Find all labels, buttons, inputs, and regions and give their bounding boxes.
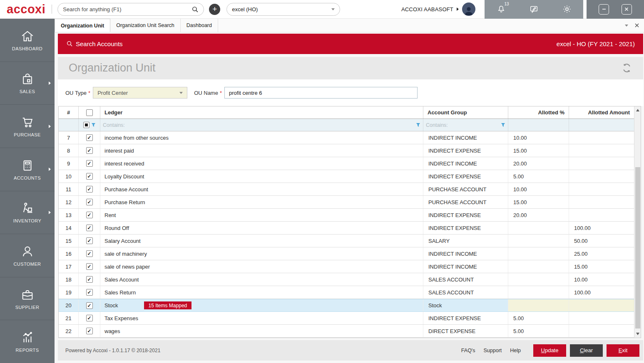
allotted-pct-cell[interactable]: 10.00 bbox=[508, 131, 569, 144]
filter-checkbox[interactable] bbox=[83, 122, 90, 128]
row-checkbox[interactable] bbox=[86, 276, 93, 283]
row-checkbox[interactable] bbox=[86, 173, 93, 180]
vertical-scrollbar[interactable] bbox=[634, 106, 641, 338]
table-row[interactable]: 17sale of news paperINDIRECT INCOME15.00 bbox=[59, 260, 634, 273]
table-row[interactable]: 13RentINDIRECT EXPENSE20.00 bbox=[59, 209, 634, 222]
row-checkbox[interactable] bbox=[86, 263, 93, 270]
minimize-button[interactable] bbox=[599, 4, 609, 15]
row-checkbox[interactable] bbox=[86, 237, 93, 244]
row-checkbox[interactable] bbox=[86, 250, 93, 257]
allotted-pct-cell[interactable] bbox=[508, 247, 569, 260]
sidebar-item-supplier[interactable]: SUPPLIER bbox=[0, 277, 55, 321]
sidebar-item-customer[interactable]: CUSTOMER bbox=[0, 234, 55, 277]
allotted-amount-cell[interactable] bbox=[569, 183, 634, 195]
allotted-pct-cell[interactable] bbox=[508, 286, 569, 299]
allotted-pct-cell[interactable] bbox=[508, 260, 569, 273]
faq-link[interactable]: FAQ's bbox=[461, 348, 475, 353]
row-checkbox[interactable] bbox=[86, 225, 93, 231]
row-checkbox[interactable] bbox=[86, 328, 93, 334]
update-button[interactable]: Update bbox=[533, 344, 566, 357]
sidebar-item-purchase[interactable]: PURCHASE bbox=[0, 105, 55, 148]
ledger-filter-input[interactable] bbox=[103, 122, 414, 128]
sidebar-item-inventory[interactable]: INVENTORY bbox=[0, 191, 55, 235]
allotted-pct-cell[interactable]: 5.00 bbox=[508, 312, 569, 324]
table-row[interactable]: 10Loyalty DiscountINDIRECT EXPENSE5.00 bbox=[59, 170, 634, 183]
allotted-pct-cell[interactable] bbox=[508, 222, 569, 234]
table-row[interactable]: 7income from other sourcesINDIRECT INCOM… bbox=[59, 131, 634, 144]
row-checkbox[interactable] bbox=[86, 302, 93, 309]
row-checkbox[interactable] bbox=[86, 199, 93, 205]
table-row[interactable]: 19Sales ReturnSALES ACCOUNT100.00 bbox=[59, 286, 634, 299]
table-row[interactable]: 18Sales AccountSALES ACCOUNT10.00 bbox=[59, 273, 634, 286]
scroll-down-arrow[interactable] bbox=[634, 330, 641, 338]
allotted-amount-cell[interactable]: 25.00 bbox=[569, 247, 634, 260]
company-selector[interactable]: excel (HO) bbox=[226, 3, 340, 16]
scroll-up-arrow[interactable] bbox=[634, 106, 641, 114]
row-checkbox[interactable] bbox=[86, 186, 93, 193]
add-button[interactable]: + bbox=[209, 4, 220, 15]
sidebar-item-sales[interactable]: SALES bbox=[0, 62, 55, 105]
allotted-pct-cell[interactable]: 5.00 bbox=[508, 170, 569, 183]
allotted-pct-cell[interactable]: 20.00 bbox=[508, 209, 569, 221]
allotted-amount-cell[interactable]: 100.00 bbox=[569, 222, 634, 234]
table-row[interactable]: 22wagesDIRECT EXPENSE5.00 bbox=[59, 325, 634, 338]
close-button[interactable] bbox=[622, 4, 632, 15]
allotted-amount-cell[interactable] bbox=[569, 325, 634, 337]
avatar[interactable] bbox=[462, 2, 475, 16]
allotted-amount-cell[interactable] bbox=[569, 312, 634, 324]
table-row[interactable]: 12Purchase ReturnPURCHASE ACCOUNT15.00 bbox=[59, 196, 634, 209]
support-link[interactable]: Support bbox=[484, 348, 502, 353]
sidebar-item-dashboard[interactable]: DASHBOARD bbox=[0, 19, 55, 62]
allotted-amount-cell[interactable]: 50.00 bbox=[569, 235, 634, 247]
settings-button[interactable] bbox=[562, 5, 572, 14]
allotted-pct-cell[interactable]: 10.00 bbox=[508, 183, 569, 195]
clear-button[interactable]: Clear bbox=[570, 344, 603, 357]
table-row[interactable]: 9interest receivedINDIRECT INCOME20.00 bbox=[59, 157, 634, 170]
exit-button[interactable]: Exit bbox=[607, 344, 639, 357]
row-checkbox[interactable] bbox=[86, 315, 93, 321]
row-checkbox[interactable] bbox=[86, 160, 93, 167]
table-row[interactable]: 15Salary AccountSALARY50.00 bbox=[59, 235, 634, 247]
sidebar-item-reports[interactable]: REPORTS bbox=[0, 320, 55, 363]
search-accounts-button[interactable]: Search Accounts bbox=[66, 40, 123, 47]
refresh-button[interactable] bbox=[621, 62, 632, 74]
tab-organization-unit-search[interactable]: Organization Unit Search bbox=[110, 19, 181, 32]
allotted-pct-cell[interactable]: 15.00 bbox=[508, 196, 569, 208]
allotted-amount-cell[interactable] bbox=[569, 209, 634, 221]
notifications-button[interactable]: 13 bbox=[497, 5, 506, 14]
tab-dashboard[interactable]: Dashboard bbox=[181, 19, 218, 32]
scrollbar-thumb[interactable] bbox=[635, 167, 640, 328]
ou-name-input[interactable] bbox=[224, 87, 418, 99]
allotted-pct-cell[interactable]: 15.00 bbox=[508, 144, 569, 157]
select-all-checkbox[interactable] bbox=[86, 109, 93, 116]
tab-close-icon[interactable] bbox=[635, 23, 639, 27]
allotted-pct-cell[interactable]: 5.00 bbox=[508, 325, 569, 337]
filter-funnel-icon[interactable] bbox=[501, 123, 505, 127]
allotted-amount-cell[interactable]: 10.00 bbox=[569, 273, 634, 286]
filter-funnel-icon[interactable] bbox=[416, 123, 420, 127]
ou-type-select[interactable]: Profit Center bbox=[93, 87, 187, 99]
allotted-amount-cell[interactable] bbox=[569, 157, 634, 170]
group-filter-input[interactable] bbox=[426, 122, 499, 128]
allotted-amount-cell[interactable]: 100.00 bbox=[569, 286, 634, 299]
allotted-amount-cell[interactable] bbox=[569, 299, 634, 311]
row-checkbox[interactable] bbox=[86, 212, 93, 218]
row-checkbox[interactable] bbox=[86, 134, 93, 141]
allotted-amount-cell[interactable] bbox=[569, 131, 634, 144]
allotted-amount-cell[interactable] bbox=[569, 196, 634, 208]
allotted-amount-cell[interactable] bbox=[569, 144, 634, 157]
allotted-pct-cell[interactable] bbox=[508, 273, 569, 286]
tab-list-dropdown-icon[interactable] bbox=[625, 25, 628, 27]
table-row[interactable]: 14Round OffINDIRECT EXPENSE100.00 bbox=[59, 222, 634, 235]
row-checkbox[interactable] bbox=[86, 147, 93, 154]
tab-organization-unit[interactable]: Organization Unit bbox=[55, 19, 110, 32]
allotted-amount-cell[interactable] bbox=[569, 170, 634, 183]
table-row[interactable]: 20Stock15 Items MappedStock bbox=[59, 299, 634, 312]
row-checkbox[interactable] bbox=[86, 289, 93, 296]
allotted-pct-cell[interactable]: 20.00 bbox=[508, 157, 569, 170]
filter-funnel-icon[interactable] bbox=[91, 123, 96, 127]
global-search-input[interactable] bbox=[63, 6, 191, 12]
table-row[interactable]: 16sale of machineryINDIRECT INCOME25.00 bbox=[59, 247, 634, 260]
messages-button[interactable] bbox=[530, 5, 539, 14]
sidebar-item-accounts[interactable]: ACCOUNTS bbox=[0, 148, 55, 191]
